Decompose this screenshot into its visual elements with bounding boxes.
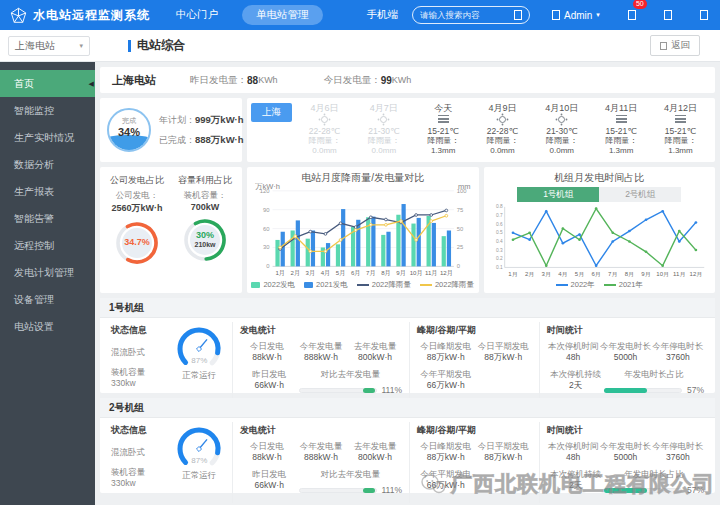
weather-day: 4月7日 21-30℃ 降雨量： 0.0mm — [355, 103, 412, 160]
chart-title: 机组月发电时间占比 — [489, 171, 711, 185]
stat: 去年发电量800kW·h — [348, 441, 402, 463]
sidebar-item-label: 智能告警 — [14, 213, 54, 224]
fullscreen-icon[interactable] — [664, 10, 672, 20]
nav-mobile[interactable]: 手机端 — [367, 8, 399, 22]
search-icon[interactable] — [514, 10, 522, 20]
svg-text:5月: 5月 — [336, 270, 345, 277]
stat: 今年发电量888kW·h — [294, 341, 348, 363]
unit-1-card: 1号机组 状态信息 混流卧式 装机容量330kw 87% 正常运行 — [100, 298, 715, 393]
svg-text:25: 25 — [457, 244, 464, 250]
svg-text:1月: 1月 — [275, 270, 284, 277]
stat: 今年平期发电66万kW·h — [417, 369, 475, 391]
done-line: 已完成：888万kW·h — [159, 134, 244, 147]
weather-card: 上海 4月6日 22-28℃ 降雨量： 0.0mm 4月7日 21-30℃ 降雨… — [247, 98, 715, 162]
nav-center-portal[interactable]: 中心门户 — [176, 8, 218, 22]
back-button[interactable]: 返回 — [650, 35, 700, 56]
nav-single-station[interactable]: 单电站管理 — [242, 5, 323, 25]
tab-unit-2[interactable]: 2号机组 — [599, 187, 681, 202]
stat: 今日发电88kW·h — [240, 341, 294, 363]
power-rain-chart: 030609012002550751001月2月3月4月5月6月7月8月9月10… — [252, 185, 474, 278]
svg-text:0.6: 0.6 — [495, 222, 502, 227]
plan-gauge-caption: 完成 — [109, 116, 149, 126]
sub-header: 上海电站 ▾ 电站综合 返回 — [0, 30, 720, 62]
unit-1-title: 1号机组 — [100, 298, 715, 318]
today-label: 今日发电量： — [324, 74, 381, 87]
yesterday-label: 昨日发电量： — [190, 74, 247, 87]
chart-legend[interactable]: 2022年2021年 — [489, 278, 711, 291]
svg-text:6月: 6月 — [591, 271, 600, 278]
sidebar-item-plan[interactable]: 发电计划管理 — [0, 259, 95, 286]
logout-icon[interactable] — [700, 10, 708, 20]
sidebar-item-analysis[interactable]: 数据分析 — [0, 151, 95, 178]
stat: 今日峰期发电88万kW·h — [417, 341, 475, 363]
user-menu[interactable]: Admin ▾ — [552, 10, 600, 21]
sidebar-item-settings[interactable]: 电站设置 — [0, 313, 95, 340]
weather-icon — [499, 116, 506, 123]
sidebar-item-label: 生产实时情况 — [14, 132, 74, 143]
weather-day: 4月11日 15-21℃ 降雨量： 1.3mm — [593, 103, 650, 160]
svg-text:3月: 3月 — [541, 271, 550, 278]
power-rain-chart-card: 电站月度降雨量/发电量对比 万kW·h mm 03060901200255075… — [247, 167, 479, 293]
station-summary-card: 上海电站 昨日发电量： 88 KWh 今日发电量： 99 KWh — [100, 67, 715, 93]
svg-text:50: 50 — [457, 226, 464, 232]
svg-text:1月: 1月 — [508, 271, 517, 278]
sidebar-item-home[interactable]: 首页 ◀ — [0, 70, 95, 97]
left-axis-unit: 万kW·h — [255, 182, 280, 192]
unit-time-col: 时间统计 本次停机时间48h 今年发电时长5000h 今年停电时长3760h 本… — [539, 322, 711, 403]
city-button[interactable]: 上海 — [251, 103, 292, 122]
stat: 本次停机持续2天 — [547, 369, 604, 395]
svg-text:12月: 12月 — [689, 271, 702, 278]
stat: 本次停机时间48h — [547, 441, 599, 463]
back-label: 返回 — [671, 39, 690, 52]
svg-text:0.7: 0.7 — [495, 213, 502, 218]
svg-text:6月: 6月 — [351, 270, 360, 277]
unit-period-col: 峰期/谷期/平期 今日峰期发电88万kW·h 今日平期发电88万kW·h 今年平… — [409, 322, 539, 403]
search-box[interactable] — [412, 6, 530, 24]
title-accent-bar — [128, 40, 131, 52]
year-plan-card: 完成 34% 年计划：999万kW·h 已完成：888万kW·h — [100, 98, 242, 162]
chevron-down-icon: ▾ — [79, 42, 83, 50]
weather-day: 4月10日 21-30℃ 降雨量： 0.0mm — [533, 103, 590, 160]
company-ratio: 公司发电占比 公司发电： 2560万kW·h 34.7% — [103, 174, 171, 289]
sidebar-item-report[interactable]: 生产报表 — [0, 178, 95, 205]
weather-icon — [321, 116, 328, 123]
notification-button[interactable]: 50 — [628, 6, 636, 24]
unit-generation-col: 发电统计 今日发电88kW·h 今年发电量888kW·h 去年发电量800kW·… — [232, 422, 409, 503]
year-plan-line: 年计划：999万kW·h — [159, 114, 244, 127]
notification-badge: 50 — [633, 0, 647, 9]
collapse-arrow-icon[interactable]: ◀ — [89, 70, 94, 97]
svg-text:0: 0 — [457, 263, 461, 269]
search-input[interactable] — [420, 10, 514, 20]
weather-day: 今天 15-21℃ 降雨量： 1.3mm — [415, 103, 472, 160]
stat: 去年发电量800kW·h — [348, 341, 402, 363]
stat: 昨日发电66kW·h — [240, 369, 299, 395]
stat: 今日峰期发电88万kW·h — [417, 441, 475, 463]
stat: 今年停电时长3760h — [652, 341, 704, 363]
sidebar-item-remote-control[interactable]: 远程控制 — [0, 232, 95, 259]
main-content: 上海电站 昨日发电量： 88 KWh 今日发电量： 99 KWh 完成 34% — [95, 62, 720, 505]
time-ratio-progress: 年发电时长占比 57% — [604, 369, 704, 395]
sidebar-item-realtime[interactable]: 生产实时情况 — [0, 124, 95, 151]
stat: 今年发电时长5000h — [599, 341, 651, 363]
svg-text:8月: 8月 — [381, 270, 390, 277]
app-logo-icon — [10, 7, 27, 24]
sidebar-item-device[interactable]: 设备管理 — [0, 286, 95, 313]
svg-text:10月: 10月 — [656, 271, 669, 278]
station-select[interactable]: 上海电站 ▾ — [8, 36, 90, 56]
plan-liquid-gauge: 完成 34% — [107, 108, 151, 152]
sidebar-item-monitor[interactable]: 智能监控 — [0, 97, 95, 124]
svg-text:60: 60 — [263, 226, 270, 232]
svg-text:30: 30 — [263, 244, 270, 250]
svg-text:3月: 3月 — [306, 270, 315, 277]
chart-legend[interactable]: 2022发电2021发电2022降雨量2022降雨量 — [252, 278, 474, 291]
time-ratio-progress: 年发电时长占比 57% — [604, 469, 704, 495]
user-name: Admin — [564, 10, 592, 21]
stat: 昨日发电66kW·h — [240, 469, 299, 495]
weather-day: 4月12日 15-21℃ 降雨量： 1.3mm — [652, 103, 709, 160]
today-value: 99 — [381, 75, 392, 86]
sidebar-item-alarm[interactable]: 智能告警 — [0, 205, 95, 232]
tab-unit-1[interactable]: 1号机组 — [517, 187, 599, 202]
svg-text:5月: 5月 — [574, 271, 583, 278]
weather-day: 4月9日 22-28℃ 降雨量： 0.0mm — [474, 103, 531, 160]
svg-text:11月: 11月 — [673, 271, 685, 278]
